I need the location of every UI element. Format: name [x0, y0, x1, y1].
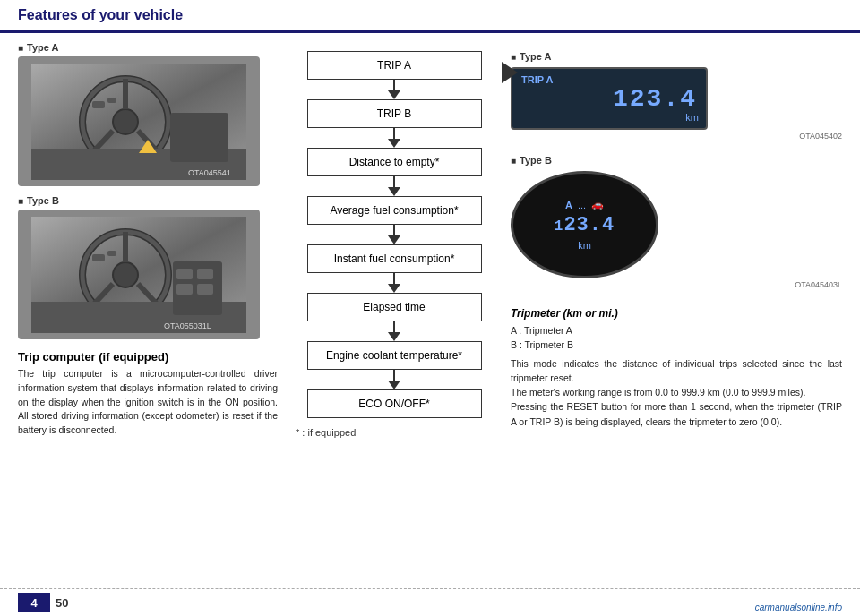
svg-rect-29 — [197, 284, 213, 295]
type-a-label: Type A — [18, 42, 278, 53]
flow-item-trip-a: TRIP A — [307, 51, 482, 80]
svg-point-4 — [113, 109, 138, 134]
right-type-b-label: Type B — [511, 155, 842, 166]
svg-rect-26 — [176, 269, 193, 279]
flow-item-eco: ECO ON/OFF* — [307, 389, 482, 418]
display-screen-b: A ... 🚗 123.4 km — [511, 171, 658, 278]
display-a-unit: km — [685, 112, 699, 123]
page-header: Features of your vehicle — [0, 0, 860, 33]
tripmeter-info: Tripmeter (km or mi.) A : Tripmeter A B … — [511, 300, 842, 436]
flow-box-eco: ECO ON/OFF* — [307, 389, 482, 418]
steering-wheel-b-svg: OTA055031L — [31, 217, 246, 333]
display-b-letter: A — [565, 200, 572, 210]
flow-box-distance: Distance to empty* — [307, 148, 482, 176]
page-num-right: 50 — [56, 596, 68, 610]
flow-connector-3 — [393, 176, 395, 187]
flow-connector-1 — [393, 80, 395, 90]
svg-rect-8 — [92, 101, 105, 108]
display-a-number: 123.4 — [613, 85, 697, 113]
page-title: Features of your vehicle — [18, 7, 842, 23]
middle-column: TRIP A TRIP B Distance to empty* — [287, 42, 502, 604]
flow-box-avg-fuel: Average fuel consumption* — [307, 196, 482, 225]
display-b-block: A ... 🚗 123.4 km OTA045403L — [511, 171, 842, 289]
page-num-left: 4 — [18, 593, 50, 612]
big-right-arrow — [502, 62, 518, 83]
flow-connector-6 — [393, 321, 395, 332]
display-a-block: TRIP A 123.4 km OTA045402 — [511, 67, 842, 141]
svg-rect-9 — [108, 98, 116, 103]
section-description: The trip computer is a microcomputer-con… — [18, 367, 278, 438]
flow-connector-4 — [393, 225, 395, 235]
flow-connector-2 — [393, 128, 395, 139]
tripmeter-b-line: B : Tripmeter B — [511, 338, 842, 352]
tripmeter-body-text: This mode indicates the distance of indi… — [511, 356, 842, 429]
display-b-number-prefix: 1 — [555, 218, 564, 235]
display-b-code: OTA045403L — [511, 280, 842, 289]
svg-rect-22 — [92, 254, 105, 261]
svg-text:OTA055031L: OTA055031L — [164, 321, 211, 330]
right-type-a-label: Type A — [511, 51, 842, 62]
flow-box-trip-b: TRIP B — [307, 99, 482, 128]
display-a-code: OTA045402 — [511, 132, 842, 141]
flow-box-trip-a: TRIP A — [307, 51, 482, 80]
display-b-top: A ... 🚗 — [565, 199, 604, 210]
flow-item-distance: Distance to empty* — [307, 148, 482, 176]
page-footer: 4 50 carmanualsonline.info — [0, 588, 860, 616]
flow-item-trip-b: TRIP B — [307, 99, 482, 128]
flow-item-coolant: Engine coolant temperature* — [307, 341, 482, 370]
flow-box-instant-fuel: Instant fuel consumption* — [307, 244, 482, 273]
section-title: Trip computer (if equipped) — [18, 350, 278, 364]
type-b-image: OTA055031L — [18, 210, 260, 339]
flow-arrow-7 — [388, 381, 400, 389]
flow-arrow-3 — [388, 187, 400, 196]
car-icon: 🚗 — [591, 199, 604, 210]
tripmeter-a-line: A : Tripmeter A — [511, 323, 842, 338]
flow-arrow-2 — [388, 139, 400, 148]
flow-arrow-6 — [388, 332, 400, 341]
svg-text:OTA045541: OTA045541 — [188, 168, 231, 177]
flow-connector-7 — [393, 370, 395, 381]
flow-item-elapsed: Elapsed time — [307, 293, 482, 321]
flow-chart: TRIP A TRIP B Distance to empty* — [287, 51, 502, 418]
type-a-image: OTA045541 — [18, 56, 260, 186]
display-b-number: 123.4 — [555, 214, 615, 236]
flow-connector-5 — [393, 273, 395, 284]
watermark: carmanualsonline.info — [755, 603, 842, 612]
display-b-unit: km — [578, 240, 591, 251]
steering-wheel-a-svg: OTA045541 — [31, 64, 246, 180]
flow-box-coolant: Engine coolant temperature* — [307, 341, 482, 370]
svg-rect-23 — [108, 251, 116, 256]
display-screen-a: TRIP A 123.4 km — [511, 67, 708, 130]
svg-rect-28 — [197, 269, 213, 279]
tripmeter-title: Tripmeter (km or mi.) — [511, 307, 842, 320]
flow-item-avg-fuel: Average fuel consumption* — [307, 196, 482, 225]
footnote: * : if equipped — [296, 427, 356, 438]
main-content: Type A — [0, 42, 860, 604]
type-b-label: Type B — [18, 195, 278, 206]
left-column: Type A — [18, 42, 278, 604]
display-b-number-main: 23.4 — [563, 214, 615, 236]
svg-point-18 — [113, 262, 138, 287]
right-column: Type A TRIP A 123.4 km OTA045402 Type B … — [511, 42, 842, 604]
flow-arrow-4 — [388, 235, 400, 244]
flow-arrow-5 — [388, 284, 400, 293]
flow-arrow-1 — [388, 90, 400, 99]
display-a-trip-label: TRIP A — [521, 74, 553, 85]
display-b-dots: ... — [578, 200, 586, 210]
flow-box-elapsed: Elapsed time — [307, 293, 482, 321]
svg-rect-11 — [170, 113, 228, 162]
svg-rect-27 — [176, 284, 193, 295]
flow-item-instant-fuel: Instant fuel consumption* — [307, 244, 482, 273]
